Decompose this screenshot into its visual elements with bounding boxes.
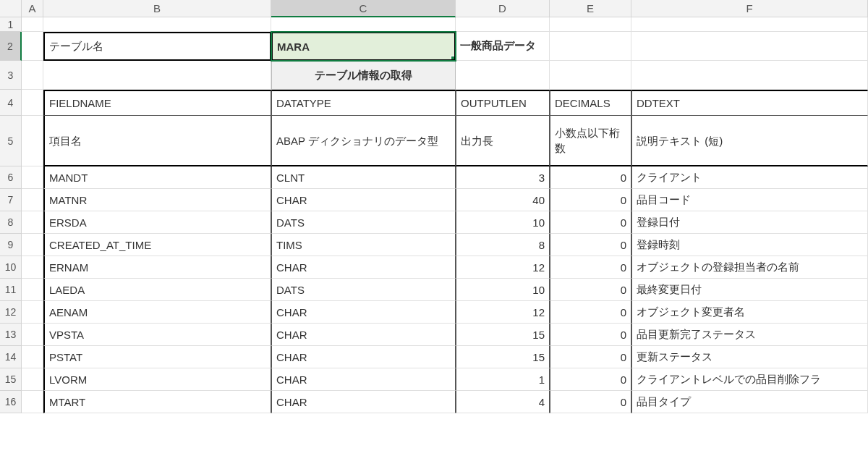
row-header-15[interactable]: 15 (0, 368, 22, 391)
table-cell[interactable]: 品目更新完了ステータス (631, 324, 868, 346)
table-cell[interactable]: 0 (550, 256, 631, 279)
cell-b3[interactable] (43, 61, 271, 90)
cell-c1[interactable] (271, 17, 456, 32)
table-cell[interactable]: TIMS (271, 234, 456, 256)
header-jp-fieldname[interactable]: 項目名 (43, 116, 271, 166)
table-cell[interactable]: DATS (271, 211, 456, 234)
table-cell[interactable]: CHAR (271, 346, 456, 368)
row-header-4[interactable]: 4 (0, 90, 22, 116)
table-cell[interactable]: 0 (550, 301, 631, 324)
cell-e3[interactable] (550, 61, 631, 90)
table-cell[interactable]: 0 (550, 166, 631, 189)
table-cell[interactable]: 1 (456, 368, 550, 391)
table-cell[interactable]: LAEDA (43, 279, 271, 301)
table-cell[interactable]: ERSDA (43, 211, 271, 234)
table-cell[interactable]: ERNAM (43, 256, 271, 279)
row-header-10[interactable]: 10 (0, 256, 22, 279)
cell-a15[interactable] (22, 368, 43, 391)
cell-a4[interactable] (22, 90, 43, 116)
cell-a10[interactable] (22, 256, 43, 279)
table-cell[interactable]: CREATED_AT_TIME (43, 234, 271, 256)
header-jp-outputlen[interactable]: 出力長 (456, 116, 550, 166)
table-cell[interactable]: CHAR (271, 301, 456, 324)
cell-a11[interactable] (22, 279, 43, 301)
table-cell[interactable]: CHAR (271, 256, 456, 279)
header-outputlen[interactable]: OUTPUTLEN (456, 90, 550, 116)
table-name-label-cell[interactable]: テーブル名 (43, 32, 271, 61)
table-cell[interactable]: LVORM (43, 368, 271, 391)
row-header-13[interactable]: 13 (0, 324, 22, 346)
table-cell[interactable]: 0 (550, 324, 631, 346)
cell-e2[interactable] (550, 32, 631, 61)
cell-f2[interactable] (631, 32, 868, 61)
table-cell[interactable]: 3 (456, 166, 550, 189)
cell-a13[interactable] (22, 324, 43, 346)
table-cell[interactable]: クライアント (631, 166, 868, 189)
row-header-9[interactable]: 9 (0, 234, 22, 256)
table-cell[interactable]: MATNR (43, 189, 271, 211)
cell-f3[interactable] (631, 61, 868, 90)
table-cell[interactable]: 40 (456, 189, 550, 211)
table-cell[interactable]: 登録日付 (631, 211, 868, 234)
row-header-14[interactable]: 14 (0, 346, 22, 368)
cell-a2[interactable] (22, 32, 43, 61)
table-cell[interactable]: 12 (456, 256, 550, 279)
cell-a5[interactable] (22, 116, 43, 166)
table-cell[interactable]: オブジェクト変更者名 (631, 301, 868, 324)
header-jp-datatype[interactable]: ABAP ディクショナリのデータ型 (271, 116, 456, 166)
row-header-1[interactable]: 1 (0, 17, 22, 32)
row-header-16[interactable]: 16 (0, 391, 22, 413)
cell-f1[interactable] (631, 17, 868, 32)
cell-a7[interactable] (22, 189, 43, 211)
table-cell[interactable]: MANDT (43, 166, 271, 189)
table-cell[interactable]: 8 (456, 234, 550, 256)
cell-b1[interactable] (43, 17, 271, 32)
row-header-11[interactable]: 11 (0, 279, 22, 301)
header-jp-decimals[interactable]: 小数点以下桁数 (550, 116, 631, 166)
row-header-7[interactable]: 7 (0, 189, 22, 211)
table-desc-cell[interactable]: 一般商品データ (456, 32, 550, 61)
header-fieldname[interactable]: FIELDNAME (43, 90, 271, 116)
table-cell[interactable]: 15 (456, 346, 550, 368)
cell-a14[interactable] (22, 346, 43, 368)
table-cell[interactable]: 0 (550, 189, 631, 211)
table-cell[interactable]: 登録時刻 (631, 234, 868, 256)
table-cell[interactable]: 15 (456, 324, 550, 346)
col-header-f[interactable]: F (631, 0, 868, 17)
cell-d3[interactable] (456, 61, 550, 90)
col-header-b[interactable]: B (43, 0, 271, 17)
header-jp-ddtext[interactable]: 説明テキスト (短) (631, 116, 868, 166)
cell-a8[interactable] (22, 211, 43, 234)
table-cell[interactable]: 0 (550, 279, 631, 301)
header-datatype[interactable]: DATATYPE (271, 90, 456, 116)
table-cell[interactable]: 最終変更日付 (631, 279, 868, 301)
table-cell[interactable]: 10 (456, 211, 550, 234)
header-ddtext[interactable]: DDTEXT (631, 90, 868, 116)
row-header-3[interactable]: 3 (0, 61, 22, 90)
table-cell[interactable]: 10 (456, 279, 550, 301)
table-cell[interactable]: 品目コード (631, 189, 868, 211)
cell-d1[interactable] (456, 17, 550, 32)
table-cell[interactable]: 0 (550, 234, 631, 256)
table-cell[interactable]: VPSTA (43, 324, 271, 346)
table-cell[interactable]: CHAR (271, 189, 456, 211)
cell-a16[interactable] (22, 391, 43, 413)
col-header-e[interactable]: E (550, 0, 631, 17)
table-cell[interactable]: クライアントレベルでの品目削除フラ (631, 368, 868, 391)
table-cell[interactable]: 品目タイプ (631, 391, 868, 413)
table-cell[interactable]: AENAM (43, 301, 271, 324)
row-header-2[interactable]: 2 (0, 32, 22, 61)
table-cell[interactable]: 0 (550, 211, 631, 234)
table-cell[interactable]: 更新ステータス (631, 346, 868, 368)
cell-e1[interactable] (550, 17, 631, 32)
col-header-c[interactable]: C (271, 0, 456, 17)
cell-a12[interactable] (22, 301, 43, 324)
row-header-6[interactable]: 6 (0, 166, 22, 189)
table-cell[interactable]: CHAR (271, 324, 456, 346)
table-cell[interactable]: オブジェクトの登録担当者の名前 (631, 256, 868, 279)
table-name-value-cell[interactable]: MARA (271, 32, 456, 61)
table-cell[interactable]: CHAR (271, 368, 456, 391)
table-cell[interactable]: PSTAT (43, 346, 271, 368)
table-cell[interactable]: CLNT (271, 166, 456, 189)
cell-a3[interactable] (22, 61, 43, 90)
